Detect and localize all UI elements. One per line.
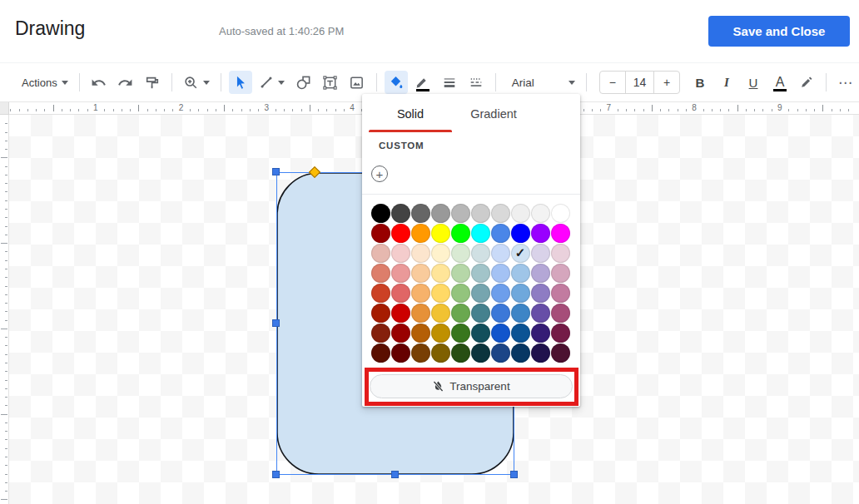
tab-solid[interactable]: Solid: [369, 94, 452, 132]
color-swatch[interactable]: [431, 224, 450, 243]
color-swatch[interactable]: [471, 304, 490, 323]
color-swatch[interactable]: [431, 284, 450, 303]
text-color-button[interactable]: A: [768, 71, 792, 94]
line-tool-button[interactable]: [256, 71, 289, 94]
color-swatch[interactable]: [511, 304, 530, 323]
color-swatch[interactable]: [431, 264, 450, 283]
color-swatch[interactable]: [471, 224, 490, 243]
color-swatch[interactable]: [411, 264, 430, 283]
redo-button[interactable]: [114, 71, 137, 94]
add-custom-color-button[interactable]: +: [371, 166, 388, 182]
color-swatch[interactable]: [431, 343, 450, 363]
color-swatch[interactable]: [431, 204, 450, 223]
color-swatch[interactable]: [511, 264, 530, 283]
color-swatch[interactable]: [411, 224, 430, 243]
color-swatch[interactable]: [411, 244, 430, 263]
color-swatch[interactable]: [531, 304, 550, 323]
more-options-button[interactable]: ⋯: [834, 71, 857, 94]
color-swatch[interactable]: [471, 264, 490, 283]
color-swatch[interactable]: [491, 343, 510, 363]
border-dash-button[interactable]: [464, 71, 488, 94]
underline-button[interactable]: U: [742, 71, 765, 94]
color-swatch[interactable]: [471, 244, 490, 263]
color-swatch[interactable]: [431, 304, 450, 323]
color-swatch[interactable]: [531, 343, 550, 363]
color-swatch[interactable]: [511, 343, 530, 363]
color-swatch[interactable]: [471, 324, 490, 343]
decrease-font-size-button[interactable]: −: [600, 71, 625, 94]
vertical-ruler[interactable]: [0, 115, 9, 504]
undo-button[interactable]: [87, 71, 111, 94]
color-swatch[interactable]: [431, 244, 450, 263]
color-swatch[interactable]: [371, 284, 390, 303]
color-swatch[interactable]: [531, 224, 550, 243]
color-swatch[interactable]: [531, 204, 550, 223]
color-swatch[interactable]: [551, 224, 570, 243]
color-swatch[interactable]: [391, 284, 410, 303]
color-swatch[interactable]: [391, 264, 410, 283]
color-swatch[interactable]: [551, 343, 570, 363]
text-box-button[interactable]: [319, 71, 342, 94]
color-swatch[interactable]: [451, 343, 470, 363]
resize-handle-middle-left[interactable]: [272, 319, 280, 327]
color-swatch[interactable]: [471, 284, 490, 303]
color-swatch[interactable]: [411, 324, 430, 343]
color-swatch[interactable]: [551, 324, 570, 343]
color-swatch[interactable]: [391, 343, 410, 363]
color-swatch[interactable]: [391, 204, 410, 223]
color-swatch[interactable]: [411, 304, 430, 323]
color-swatch[interactable]: [451, 284, 470, 303]
italic-button[interactable]: I: [715, 71, 738, 94]
color-swatch[interactable]: [371, 224, 390, 243]
resize-handle-bottom-right[interactable]: [510, 471, 518, 478]
color-swatch[interactable]: [451, 324, 470, 343]
color-swatch[interactable]: ✓: [511, 244, 530, 263]
color-swatch[interactable]: [551, 244, 570, 263]
color-swatch[interactable]: [511, 324, 530, 343]
color-swatch[interactable]: [491, 324, 510, 343]
color-swatch[interactable]: [431, 324, 450, 343]
color-swatch[interactable]: [411, 204, 430, 223]
color-swatch[interactable]: [451, 304, 470, 323]
color-swatch[interactable]: [491, 204, 510, 223]
resize-handle-bottom-left[interactable]: [272, 471, 280, 478]
font-family-select[interactable]: Arial: [504, 71, 578, 94]
font-size-value[interactable]: 14: [625, 71, 654, 94]
color-swatch[interactable]: [371, 244, 390, 263]
color-swatch[interactable]: [491, 224, 510, 243]
color-swatch[interactable]: [371, 204, 390, 223]
color-swatch[interactable]: [471, 204, 490, 223]
resize-handle-bottom-center[interactable]: [391, 471, 399, 478]
tab-gradient[interactable]: Gradient: [452, 94, 535, 132]
highlight-pen-button[interactable]: [795, 71, 818, 94]
color-swatch[interactable]: [531, 264, 550, 283]
fill-color-button[interactable]: [385, 71, 408, 94]
insert-image-button[interactable]: [345, 71, 369, 94]
color-swatch[interactable]: [451, 264, 470, 283]
color-swatch[interactable]: [391, 224, 410, 243]
color-swatch[interactable]: [391, 324, 410, 343]
actions-menu-button[interactable]: Actions: [18, 71, 72, 94]
border-weight-button[interactable]: [438, 71, 461, 94]
color-swatch[interactable]: [471, 343, 490, 363]
select-tool-button[interactable]: [229, 71, 252, 94]
color-swatch[interactable]: [451, 244, 470, 263]
color-swatch[interactable]: [371, 343, 390, 363]
shape-tool-button[interactable]: [292, 71, 315, 94]
color-swatch[interactable]: [411, 343, 430, 363]
color-swatch[interactable]: [511, 224, 530, 243]
color-swatch[interactable]: [491, 304, 510, 323]
transparent-button[interactable]: Transparent: [370, 374, 573, 398]
color-swatch[interactable]: [411, 284, 430, 303]
color-swatch[interactable]: [551, 304, 570, 323]
save-and-close-button[interactable]: Save and Close: [708, 16, 850, 47]
color-swatch[interactable]: [551, 264, 570, 283]
paint-format-button[interactable]: [141, 71, 164, 94]
color-swatch[interactable]: [511, 284, 530, 303]
border-color-button[interactable]: [411, 71, 434, 94]
color-swatch[interactable]: [531, 324, 550, 343]
color-swatch[interactable]: [491, 264, 510, 283]
color-swatch[interactable]: [491, 284, 510, 303]
resize-handle-top-left[interactable]: [272, 168, 280, 175]
color-swatch[interactable]: [531, 284, 550, 303]
